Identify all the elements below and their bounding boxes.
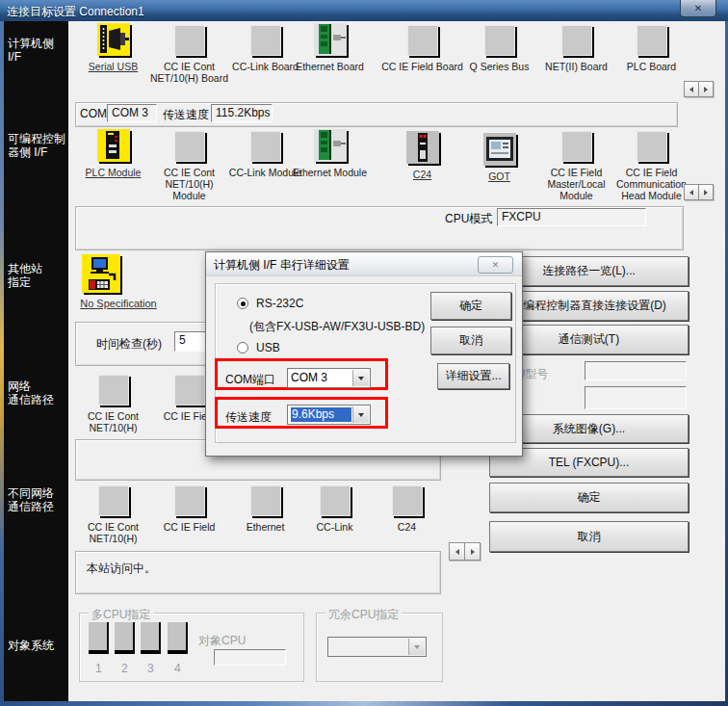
sidebar-label-network-route: 网络 通信路径 [8,379,54,406]
module-icon [637,131,667,162]
pc-if-ccie-cont-board[interactable]: CC IE Cont NET/10(H) Board [151,25,227,84]
ethernet-board-icon [314,23,347,56]
rs232c-radio[interactable] [237,298,248,309]
row2-scroll-left-button[interactable] [684,184,699,200]
icon-label: Ethernet Board [289,61,372,72]
pc-if-q-series-bus[interactable]: Q Series Bus [461,25,537,72]
cpu-mode-label: CPU模式 [445,211,492,227]
icon-label: Q Series Bus [458,61,541,72]
cpu-number-1: 1 [95,662,102,675]
ok-button[interactable]: 确定 [489,483,689,512]
board-icon [637,25,667,56]
dialog-title: 计算机侧 I/F 串行详细设置 [214,257,350,274]
target-cpu-label: 对象CPU [198,633,246,649]
button-label: 连接路径一览(L)... [542,263,636,279]
pc-if-plc-board[interactable]: PLC Board [613,25,689,72]
other-station-no-spec[interactable]: No Specification [72,254,130,309]
route-icon [98,375,129,405]
diff-route-ccie-field[interactable]: CC IE Field [151,485,227,533]
close-icon: ✕ [492,260,500,270]
diff-route-cclink[interactable]: CC-Link [297,485,373,533]
chevron-down-icon[interactable] [352,406,369,423]
route-icon [98,485,129,516]
cpu-mode-field: FXCPU [497,208,646,226]
cpu-number-2: 2 [121,662,128,675]
detail-field [585,386,687,409]
icon-label: CC IE Field Master/Local Module [535,167,618,201]
com-port-value: COM 3 [291,371,351,385]
cancel-button[interactable]: 取消 [489,521,689,552]
speed-select[interactable]: 9.6Kbps [287,405,371,425]
cpu-model-field [585,361,687,380]
section-sidebar: 计算机侧 I/F 可编程控制 器侧 I/F 其他站 指定 网络 通信路径 不同网… [4,21,68,701]
sidebar-label-computer-if: 计算机侧 I/F [8,37,54,64]
module-icon [561,131,592,162]
cpu-slot-3[interactable] [141,622,159,654]
dialog-titlebar: 计算机侧 I/F 串行详细设置 [206,252,522,276]
diff-route-ethernet[interactable]: Ethernet [227,485,303,533]
cpu-slot-1[interactable] [89,622,107,654]
connection-setup-window: 连接目标设置 Connection1 ✕ 计算机侧 I/F 可编程控制 器侧 I… [0,0,728,706]
plc-if-ccie-cont-module[interactable]: CC IE Cont NET/10(H) Module [151,131,227,201]
icon-label: GOT [458,170,541,182]
icon-label: CC IE Field Board [381,61,464,72]
route-icon [174,485,205,516]
route-icon [320,485,351,516]
plc-if-c24[interactable]: C24 [384,131,460,180]
route-icon [250,485,281,516]
icon-label: CC IE Field Communication Head Module [611,167,693,201]
arrow-right-icon [704,87,708,92]
row1-scroll-right-button[interactable] [698,81,714,97]
redundant-cpu-select[interactable] [327,637,427,657]
serial-detail-dialog: 计算机侧 I/F 串行详细设置 ✕ RS-232C (包含FX-USB-AW/F… [205,251,523,457]
window-close-button[interactable]: ✕ [680,0,716,17]
pc-if-ccie-field-board[interactable]: CC IE Field Board [384,25,460,72]
window-border-bottom [0,701,728,706]
dialog-ok-button[interactable]: 确定 [430,292,511,320]
row4-scroll-right-button[interactable] [464,542,481,561]
usb-radio[interactable] [237,342,248,353]
diff-route-c24[interactable]: C24 [369,485,445,533]
chevron-down-icon[interactable] [352,370,369,386]
plc-module-icon [97,129,130,162]
diff-route-ccie-cont[interactable]: CC IE Cont NET/10(H) [75,485,151,544]
pc-if-serial-usb[interactable]: Serial USB [75,23,151,72]
button-label: 取消 [459,332,482,349]
dialog-speed-label: 传送速度 [225,409,272,426]
net-route-ccie-cont[interactable]: CC IE Cont NET/10(H) [75,375,151,433]
cpu-slot-2[interactable] [115,622,133,654]
plc-if-got[interactable]: GOT [461,133,537,182]
plc-if-plc-module[interactable]: PLC Module [75,129,151,178]
icon-label: CC IE Cont NET/10(H) [72,521,155,544]
button-label: 通信测试(T) [559,331,619,348]
rs232c-note: (包含FX-USB-AW/FX3U-USB-BD) [249,319,425,335]
button-label: 系统图像(G)... [553,421,625,437]
cpu-slot-4[interactable] [168,622,186,654]
row4-scroll-left-button[interactable] [449,542,465,561]
com-port-select[interactable]: COM 3 [287,368,371,388]
pc-if-ethernet-board[interactable]: Ethernet Board [292,23,368,72]
icon-label: PLC Module [72,167,155,178]
cpu-number-4: 4 [174,662,181,675]
redundant-cpu-label: 冗余CPU指定 [325,607,402,623]
plc-if-ethernet-module[interactable]: Ethernet Module [292,129,368,178]
dialog-cancel-button[interactable]: 取消 [430,327,511,354]
plc-if-ccie-field-comm-head[interactable]: CC IE Field Communication Head Module [613,131,689,201]
arrow-left-icon [689,190,693,196]
status-text: 本站访问中。 [87,561,156,577]
speed-value-field: 115.2Kbps [211,104,273,122]
target-cpu-field [214,649,286,666]
speed-value: 9.6Kbps [291,407,351,422]
dialog-close-button[interactable]: ✕ [478,256,513,274]
row2-scroll-right-button[interactable] [698,184,714,200]
time-check-field[interactable]: 5 [174,331,209,352]
row1-scroll-left-button[interactable] [684,81,699,97]
button-label: 确定 [578,489,601,506]
pc-if-net2-board[interactable]: NET(II) Board [538,25,614,72]
icon-label: CC IE Field [148,521,231,533]
ethernet-module-icon [314,129,347,162]
plc-if-ccie-field-master-local[interactable]: CC IE Field Master/Local Module [538,131,614,201]
detail-setup-button[interactable]: 详细设置... [437,363,509,389]
c24-icon [406,131,439,164]
button-label: 确定 [459,298,482,314]
